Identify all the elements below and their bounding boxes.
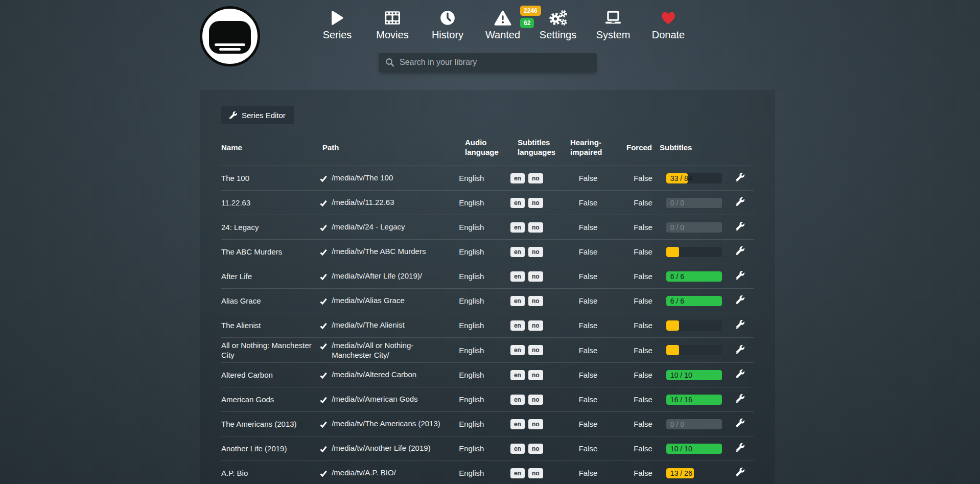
wrench-icon[interactable]	[736, 419, 744, 427]
series-name-link[interactable]: Altered Carbon	[221, 370, 320, 380]
nav-label: Movies	[376, 29, 408, 41]
hearing-impaired-value: False	[579, 370, 634, 380]
nav-item-settings[interactable]: Settings	[530, 4, 586, 41]
series-name-link[interactable]: After Life	[221, 271, 320, 281]
wrench-icon[interactable]	[736, 295, 744, 304]
table-row: 11.22.63 /media/tv/11.22.63 English enno…	[221, 190, 754, 215]
series-path: /media/tv/American Gods	[320, 394, 459, 405]
nav-label: Settings	[540, 29, 576, 41]
table-row: The Alienist /media/tv/The Alienist Engl…	[221, 313, 754, 337]
table-row: 24: Legacy /media/tv/24 - Legacy English…	[221, 215, 754, 239]
wrench-icon[interactable]	[736, 394, 744, 403]
series-name-link[interactable]: 24: Legacy	[221, 222, 320, 232]
app-logo[interactable]	[200, 6, 260, 66]
series-name-link[interactable]: The 100	[221, 173, 320, 183]
subtitles-progress-label: 0 / 0	[670, 198, 684, 208]
series-name-link[interactable]: A.P. Bio	[221, 468, 320, 478]
subtitles-languages-badges: enno	[510, 296, 579, 306]
forced-value: False	[634, 198, 666, 208]
audio-language-value: English	[459, 198, 510, 208]
audio-language-value: English	[459, 173, 510, 183]
wrench-icon[interactable]	[736, 443, 744, 452]
language-badge: en	[510, 271, 525, 282]
nav-item-wanted[interactable]: Wanted 2246 62	[475, 4, 530, 41]
wrench-icon[interactable]	[736, 345, 744, 354]
forced-value: False	[634, 247, 666, 257]
nav-item-history[interactable]: History	[420, 4, 475, 41]
nav-label: Wanted	[485, 29, 520, 41]
language-badge: en	[510, 247, 525, 257]
series-name-link[interactable]: American Gods	[221, 395, 320, 404]
series-name-link[interactable]: The ABC Murders	[221, 247, 320, 257]
header-subtitles: Subtitles	[660, 143, 729, 152]
wrench-icon[interactable]	[736, 320, 744, 329]
subtitles-progress-bar: 10 / 10	[666, 444, 722, 454]
audio-language-value: English	[459, 320, 510, 330]
nav-item-movies[interactable]: Movies	[365, 4, 420, 41]
hearing-impaired-value: False	[579, 345, 634, 355]
subtitles-progress-label: 6 / 6	[670, 296, 684, 306]
check-icon	[320, 223, 327, 233]
play-icon	[331, 7, 344, 29]
nav-label: System	[596, 29, 631, 41]
subtitles-progress-bar	[666, 345, 722, 355]
forced-value: False	[634, 395, 666, 404]
search-input[interactable]	[400, 53, 597, 72]
check-icon	[320, 321, 327, 331]
nav-item-system[interactable]: System	[586, 4, 641, 41]
language-badge: no	[528, 320, 543, 331]
wrench-icon[interactable]	[736, 197, 744, 206]
forced-value: False	[634, 296, 666, 306]
hearing-impaired-value: False	[579, 444, 634, 453]
series-path: /media/tv/11.22.63	[320, 197, 459, 209]
series-name-link[interactable]: All or Nothing: Manchester City	[221, 340, 320, 360]
table-row: American Gods /media/tv/American Gods En…	[221, 387, 754, 411]
subtitles-languages-badges: enno	[510, 173, 579, 183]
wrench-icon[interactable]	[736, 173, 744, 181]
language-badge: no	[528, 395, 543, 405]
series-name-link[interactable]: Another Life (2019)	[221, 444, 320, 453]
wrench-icon[interactable]	[736, 468, 744, 476]
subtitles-progress-bar: 10 / 10	[666, 370, 722, 380]
hearing-impaired-value: False	[579, 419, 634, 429]
wrench-icon[interactable]	[736, 370, 744, 378]
forced-value: False	[634, 419, 666, 429]
series-editor-button[interactable]: Series Editor	[221, 106, 294, 124]
gears-icon	[548, 7, 568, 29]
series-name-link[interactable]: 11.22.63	[221, 198, 320, 208]
hearing-impaired-value: False	[579, 320, 634, 330]
subtitles-progress-bar: 0 / 0	[666, 419, 722, 429]
warning-triangle-icon	[494, 7, 511, 29]
subtitles-progress-bar: 6 / 6	[666, 271, 722, 282]
table-row: After Life /media/tv/After Life (2019)/ …	[221, 264, 754, 288]
language-badge: no	[528, 222, 543, 233]
header-path: Path	[322, 143, 465, 152]
clock-icon	[440, 7, 455, 29]
wrench-icon[interactable]	[736, 222, 744, 231]
subtitles-progress-bar: 0 / 0	[666, 222, 722, 233]
subtitles-languages-badges: enno	[510, 222, 579, 233]
series-path: /media/tv/A.P. BIO/	[320, 468, 459, 479]
series-name-link[interactable]: The Americans (2013)	[221, 419, 320, 429]
wrench-icon[interactable]	[736, 246, 744, 255]
audio-language-value: English	[459, 271, 510, 281]
language-badge: en	[510, 345, 525, 355]
series-name-link[interactable]: The Alienist	[221, 320, 320, 330]
nav-item-series[interactable]: Series	[310, 4, 365, 41]
series-name-link[interactable]: Alias Grace	[221, 296, 320, 306]
audio-language-value: English	[459, 444, 510, 453]
series-path: /media/tv/The ABC Murders	[320, 246, 459, 258]
language-badge: en	[510, 198, 525, 208]
language-badge: no	[528, 370, 543, 380]
audio-language-value: English	[459, 296, 510, 306]
check-icon	[320, 199, 327, 209]
check-icon	[320, 297, 327, 307]
check-icon	[320, 342, 327, 352]
nav-label: Series	[323, 29, 352, 41]
wrench-icon[interactable]	[736, 271, 744, 280]
nav-item-donate[interactable]: Donate	[641, 4, 696, 41]
table-row: Another Life (2019) /media/tv/Another Li…	[221, 436, 754, 460]
subtitles-languages-badges: enno	[510, 271, 579, 282]
check-icon	[320, 469, 327, 479]
check-icon	[320, 396, 327, 405]
